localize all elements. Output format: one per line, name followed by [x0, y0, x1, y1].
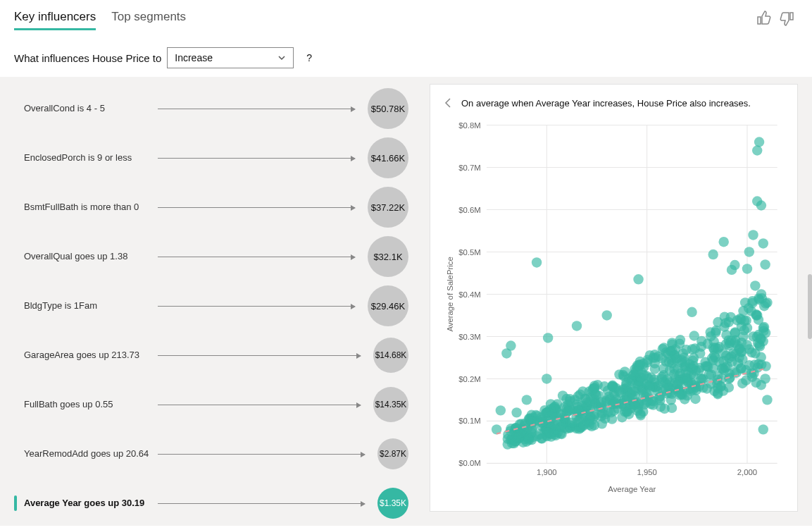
influencer-item[interactable]: OverallQual goes up 1.38$32.1K	[14, 232, 408, 281]
svg-point-647	[585, 397, 595, 407]
svg-text:Average Year: Average Year	[608, 485, 656, 493]
question-row: What influences House Price to Increase …	[0, 30, 812, 77]
svg-point-273	[506, 340, 516, 350]
svg-point-556	[675, 339, 685, 349]
impact-bubble: $14.35K	[373, 387, 408, 422]
svg-point-631	[680, 374, 690, 383]
svg-point-42	[572, 321, 582, 331]
svg-point-423	[659, 404, 669, 414]
arrow-line	[158, 503, 365, 504]
influencer-item[interactable]: YearRemodAdd goes up 20.64$2.87K	[14, 429, 408, 479]
influencer-item[interactable]: GarageArea goes up 213.73$14.68K	[14, 331, 408, 380]
svg-point-110	[758, 424, 768, 434]
svg-point-606	[656, 372, 666, 382]
arrow-line	[158, 207, 355, 208]
svg-point-32	[532, 257, 542, 267]
svg-point-597	[524, 435, 534, 445]
arrow-line	[158, 257, 355, 257]
svg-text:$0.1M: $0.1M	[458, 417, 481, 426]
svg-point-643	[632, 366, 642, 376]
back-icon[interactable]	[443, 97, 454, 109]
svg-point-662	[616, 388, 625, 398]
influencer-item[interactable]: BsmtFullBath is more than 0$37.22K	[14, 183, 408, 232]
svg-point-527	[730, 260, 739, 270]
svg-point-412	[645, 381, 655, 391]
thumbs-down-icon[interactable]	[778, 10, 795, 27]
svg-point-30	[522, 395, 532, 405]
svg-point-51	[601, 310, 611, 320]
influencer-label: GarageArea goes up 213.73	[24, 350, 158, 361]
svg-point-564	[672, 353, 682, 363]
svg-point-98	[748, 230, 758, 240]
influencers-list: OverallCond is 4 - 5$50.78KEnclosedPorch…	[0, 77, 430, 526]
scatter-chart[interactable]: $0.0M$0.1M$0.2M$0.3M$0.4M$0.5M$0.6M$0.7M…	[443, 116, 785, 498]
selected-indicator	[14, 495, 17, 511]
svg-point-611	[747, 347, 756, 357]
impact-bubble: $14.68K	[373, 338, 408, 373]
direction-select[interactable]: Increase	[167, 47, 294, 68]
influencer-item[interactable]: EnclosedPorch is 9 or less$41.66K	[14, 133, 408, 183]
influencer-item[interactable]: OverallCond is 4 - 5$50.78K	[14, 84, 408, 133]
svg-text:2,000: 2,000	[737, 468, 757, 476]
svg-point-617	[720, 312, 730, 321]
tab-key-influencers[interactable]: Key influencers	[14, 10, 96, 30]
svg-text:1,900: 1,900	[537, 468, 556, 476]
svg-point-563	[697, 342, 706, 352]
svg-point-661	[511, 432, 521, 442]
svg-point-632	[624, 409, 634, 419]
svg-point-535	[630, 400, 640, 410]
chevron-down-icon	[277, 54, 286, 62]
svg-point-605	[730, 338, 739, 347]
influencer-item[interactable]: Average Year goes up 30.19$1.35K	[14, 479, 408, 526]
svg-point-291	[690, 394, 700, 404]
impact-bubble: $32.1K	[368, 236, 408, 277]
svg-point-35	[542, 374, 551, 383]
arrow-line	[158, 109, 355, 109]
influencer-item[interactable]: FullBath goes up 0.55$14.35K	[14, 380, 408, 429]
influencer-label: OverallCond is 4 - 5	[24, 103, 158, 114]
svg-point-549	[607, 414, 617, 424]
svg-point-593	[691, 382, 701, 392]
feedback-buttons	[756, 10, 795, 27]
svg-point-633	[749, 369, 758, 378]
svg-point-582	[700, 357, 710, 367]
svg-point-626	[713, 383, 723, 393]
svg-point-105	[754, 137, 764, 147]
svg-point-102	[752, 145, 762, 155]
arrow-line	[158, 355, 361, 356]
detail-panel: On average when Average Year increases, …	[430, 84, 798, 512]
svg-point-638	[747, 296, 757, 306]
svg-point-658	[758, 326, 768, 335]
svg-point-652	[658, 364, 668, 374]
svg-point-402	[614, 369, 624, 379]
svg-point-656	[585, 420, 594, 430]
svg-point-112	[760, 259, 770, 269]
impact-bubble: $29.46K	[368, 285, 408, 326]
impact-bubble: $37.22K	[368, 187, 408, 228]
svg-point-642	[675, 390, 685, 400]
svg-text:$0.7M: $0.7M	[458, 164, 481, 172]
thumbs-up-icon[interactable]	[756, 10, 773, 27]
influencer-label: YearRemodAdd goes up 20.64	[24, 448, 158, 460]
svg-point-559	[596, 397, 606, 407]
svg-point-664	[736, 363, 746, 373]
svg-point-639	[689, 353, 699, 363]
svg-point-603	[687, 307, 697, 317]
influencer-label: OverallQual goes up 1.38	[24, 251, 158, 262]
svg-point-485	[589, 383, 599, 393]
arrow-line	[158, 306, 355, 307]
svg-point-113	[762, 395, 772, 405]
influencer-label: Average Year goes up 30.19	[24, 498, 158, 509]
svg-point-95	[744, 247, 754, 257]
svg-point-321	[633, 274, 643, 284]
tab-top-segments[interactable]: Top segments	[111, 10, 186, 30]
svg-point-538	[543, 333, 553, 343]
scrollbar-thumb[interactable]	[808, 274, 812, 339]
svg-text:$0.8M: $0.8M	[458, 121, 481, 130]
svg-text:$0.0M: $0.0M	[458, 459, 481, 467]
svg-point-100	[750, 281, 760, 290]
help-icon[interactable]: ?	[306, 52, 312, 63]
influencer-label: BldgType is 1Fam	[24, 300, 158, 312]
influencer-item[interactable]: BldgType is 1Fam$29.46K	[14, 281, 408, 331]
svg-point-592	[754, 359, 763, 369]
